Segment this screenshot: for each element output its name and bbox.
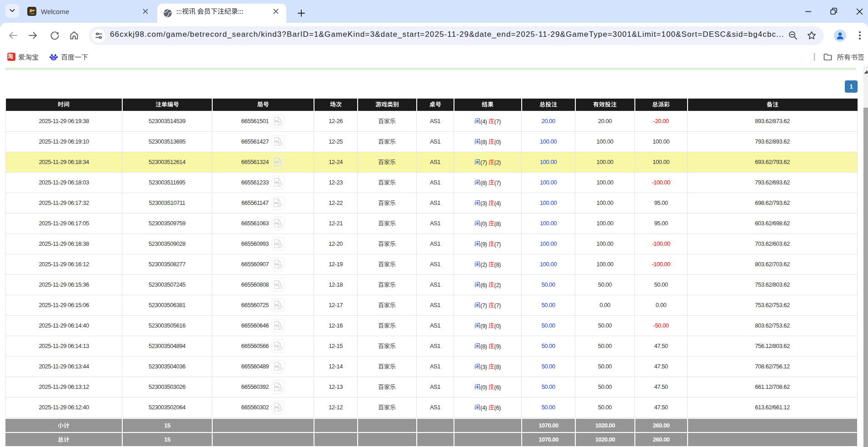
svg-text:du: du [52, 57, 55, 60]
